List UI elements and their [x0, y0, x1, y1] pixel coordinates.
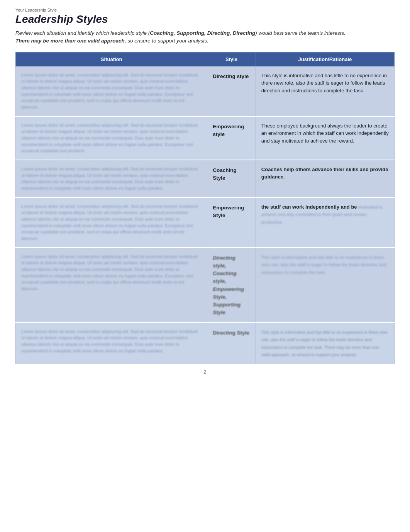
page-description: Review each situation and identify which…	[15, 29, 351, 45]
row2-situation: Lorem ipsum dolor sit amet, consectetur …	[16, 116, 207, 160]
row6-situation: Lorem ipsum dolor sit amet, consectetur …	[16, 323, 207, 364]
page-title-small: Your Leadership Style	[15, 8, 395, 12]
row5-situation: Lorem ipsum dolor sit amet, consectetur …	[16, 248, 207, 323]
col-justification: Justification/Rationale	[256, 52, 394, 66]
row3-justification: Coaches help others advance their skills…	[256, 160, 394, 197]
row4-justification: the staff can work independently and be …	[256, 197, 394, 248]
table-row: Lorem ipsum dolor sit amet, consectetur …	[16, 197, 395, 248]
table-row: Lorem ipsum dolor sit amet, consectetur …	[16, 248, 395, 323]
row1-situation: Lorem ipsum dolor sit amet, consectetur …	[16, 66, 207, 116]
table-row: Lorem ipsum dolor sit amet, consectetur …	[16, 160, 395, 197]
col-style: Style	[207, 52, 256, 66]
row2-style: Empowering style	[207, 116, 256, 160]
row3-situation: Lorem ipsum dolor sit amet, consectetur …	[16, 160, 207, 197]
row4-situation: Lorem ipsum dolor sit amet, consectetur …	[16, 197, 207, 248]
row3-style: Coaching Style	[207, 160, 256, 197]
row5-style: Directing style,Coaching style,Empowerin…	[207, 248, 256, 323]
row4-style: Empowering Style	[207, 197, 256, 248]
table-row: Lorem ipsum dolor sit amet, consectetur …	[16, 323, 395, 364]
row6-justification: This style is informative and has little…	[256, 323, 394, 364]
page-number: 2	[15, 369, 395, 375]
page-title-main: Leadership Styles	[15, 13, 395, 25]
table-row: Lorem ipsum dolor sit amet, consectetur …	[16, 116, 395, 160]
row2-justification: These employee background always the lea…	[256, 116, 394, 160]
table-row: Lorem ipsum dolor sit amet, consectetur …	[16, 66, 395, 116]
row5-justification: This style is informative and has little…	[256, 248, 394, 323]
row6-style: Directing Style	[207, 323, 256, 364]
table-header-row: Situation Style Justification/Rationale	[16, 52, 395, 66]
leadership-table: Situation Style Justification/Rationale …	[15, 52, 395, 365]
page-header: Your Leadership Style Leadership Styles …	[15, 8, 395, 45]
row1-style: Directing style	[207, 66, 256, 116]
col-situation: Situation	[16, 52, 207, 66]
row1-justification: This style is informative and has little…	[256, 66, 394, 116]
